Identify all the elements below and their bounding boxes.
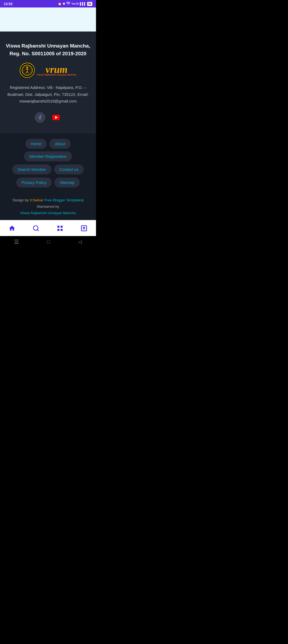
status-time: 13:52 xyxy=(4,2,13,6)
facebook-button[interactable] xyxy=(35,112,45,123)
nav-home-button[interactable]: Home xyxy=(25,139,47,149)
nav-row-2: Search Member Contact us xyxy=(4,164,92,174)
logo-circle xyxy=(20,63,35,78)
alarm-icon: ⏰ xyxy=(58,2,62,6)
logo-emblem-svg xyxy=(21,64,33,76)
android-home-icon: □ xyxy=(47,239,50,245)
svg-rect-11 xyxy=(57,226,59,228)
nav-row-1: Home About Member Registration xyxy=(4,139,92,161)
footer-credit-section: Design by V.Sarkar Free Blogger Template… xyxy=(0,194,96,220)
nav-privacy-policy-button[interactable]: Privacy Policy xyxy=(16,178,52,187)
bottom-grid-icon xyxy=(57,225,63,232)
volte-icon: VoLTE xyxy=(71,2,79,5)
facebook-icon xyxy=(37,115,43,120)
bottom-upload-button[interactable] xyxy=(78,223,90,234)
credit-template-link[interactable]: Free Blogger Templates xyxy=(44,198,82,202)
status-icons: ⏰ ✱ VoLTE ▌▌▌ 55 xyxy=(58,2,92,6)
svg-point-9 xyxy=(33,226,38,230)
credit-template-text: Free Blogger Templates xyxy=(44,198,82,202)
bottom-grid-button[interactable] xyxy=(54,223,66,234)
nav-member-registration-button[interactable]: Member Registration xyxy=(24,151,72,161)
android-back-button[interactable]: ◁ xyxy=(73,237,87,247)
android-back-icon: ◁ xyxy=(78,239,82,245)
bluetooth-icon: ✱ xyxy=(63,2,65,6)
android-menu-button[interactable]: ☰ xyxy=(9,237,24,247)
svg-rect-12 xyxy=(61,226,63,228)
youtube-button[interactable] xyxy=(51,112,61,123)
credit-designer-link[interactable]: V.Sarkar xyxy=(30,198,43,202)
bottom-search-button[interactable] xyxy=(30,223,42,234)
battery-indicator: 55 xyxy=(87,2,92,6)
status-bar: 13:52 ⏰ ✱ VoLTE ▌▌▌ 55 xyxy=(0,0,96,7)
bottom-search-icon xyxy=(33,225,39,232)
svg-rect-13 xyxy=(57,229,59,231)
credit-maintainer-name: Viswa Rajbanshi Unnayan Mancha xyxy=(20,211,76,215)
footer-nav-links: Home About Member Registration Search Me… xyxy=(0,133,96,194)
logo-sub-text: Viswa Rajbanshi Unnayan Mancha xyxy=(37,73,76,76)
nav-row-3: Privacy Policy Sitemap xyxy=(4,178,92,187)
android-home-button[interactable]: □ xyxy=(42,237,55,247)
credit-maintainer-link[interactable]: Viswa Rajbanshi Unnayan Mancha xyxy=(20,211,76,215)
svg-line-10 xyxy=(37,230,39,231)
logo-text-container: vrum Viswa Rajbanshi Unnayan Mancha xyxy=(37,64,76,76)
bottom-home-button[interactable] xyxy=(6,223,18,234)
credit-designer-name: V.Sarkar xyxy=(30,198,43,202)
top-content-area xyxy=(0,7,96,32)
credit-prefix: Design by xyxy=(13,198,30,202)
svg-rect-14 xyxy=(61,229,63,231)
youtube-icon xyxy=(52,115,60,120)
bottom-home-icon xyxy=(9,225,15,232)
wifi-icon xyxy=(66,2,70,6)
footer-logo: vrum Viswa Rajbanshi Unnayan Mancha xyxy=(5,63,91,78)
footer-address-text: Registered Address: Vill.- Napitpara, P.… xyxy=(5,84,91,105)
footer-info-section: Viswa Rajbanshi Unnayan Mancha, Reg. No.… xyxy=(0,32,96,133)
signal-icon: ▌▌▌ xyxy=(80,2,86,5)
android-menu-icon: ☰ xyxy=(14,239,19,245)
nav-about-button[interactable]: About xyxy=(49,139,70,149)
bottom-nav-bar xyxy=(0,220,96,236)
footer-org-title: Viswa Rajbanshi Unnayan Mancha, Reg. No.… xyxy=(5,42,91,57)
android-nav-bar: ☰ □ ◁ xyxy=(0,236,96,248)
nav-contact-us-button[interactable]: Contact us xyxy=(54,164,84,174)
social-icons-row xyxy=(5,112,91,123)
bottom-upload-icon xyxy=(81,225,87,232)
nav-sitemap-button[interactable]: Sitemap xyxy=(54,178,80,187)
nav-search-member-button[interactable]: Search Member xyxy=(12,164,51,174)
